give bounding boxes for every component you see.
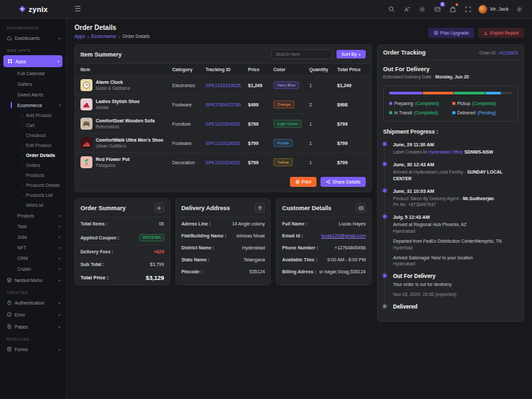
sidebar-item-projects[interactable]: Projects▸	[0, 210, 66, 221]
delivery-status-heading: Out For Delivery	[383, 66, 518, 72]
sidebar-item-error[interactable]: Error▸	[0, 309, 66, 321]
timeline-title: June, 30 12:43 AM	[393, 162, 518, 168]
item-summary-card: Item Summery Sort By ▾ ItemCategory	[74, 45, 372, 192]
sidebar-item-wishlist[interactable]: WishList	[0, 200, 66, 210]
legend-item-preparing: Preparing (Completed)	[389, 101, 450, 106]
customer-details-rows: Full Name :Lucas HayesEmail Id :lucas123…	[277, 217, 371, 277]
tracking-id-link[interactable]: SPK1120324532	[205, 122, 248, 126]
sidebar-item-gallery[interactable]: Gallery	[0, 78, 66, 89]
chevron-right-icon: ▸	[59, 213, 61, 217]
email-link[interactable]: lucas123@gmail.com	[321, 233, 366, 238]
sidebar-item-checkout[interactable]: Checkout	[0, 130, 66, 140]
item-category: Furniture	[172, 122, 205, 126]
id-card-icon[interactable]	[356, 203, 366, 213]
info-row-email-id: Email Id :lucas123@gmail.com	[277, 229, 371, 241]
sidebar-item-apps[interactable]: Apps▾	[3, 55, 63, 67]
item-quantity: 1	[309, 122, 337, 126]
tracking-id-link[interactable]: SPK1120324532	[205, 141, 248, 146]
breadcrumb-item-apps[interactable]: Apps	[74, 34, 85, 39]
sidebar-item-label: Forms	[15, 347, 56, 352]
forms-icon	[7, 346, 12, 352]
plan-upgrade-button[interactable]: Plan Upgrade	[428, 28, 474, 38]
sidebar-item-orders[interactable]: Orders	[0, 160, 66, 170]
gear-icon[interactable]	[154, 203, 164, 213]
search-icon[interactable]	[386, 3, 398, 15]
tracking-progress-box: Preparing (Completed)Pickup (Completed)I…	[383, 85, 518, 122]
print-button[interactable]: Print	[290, 177, 317, 187]
product-image	[80, 79, 92, 91]
sidebar-item-label: Nested Menu	[15, 278, 56, 283]
sidebar-item-nested-menu[interactable]: Nested Menu▸	[0, 274, 66, 286]
sidebar-item-sweet-alerts[interactable]: Sweet Alerts	[0, 89, 66, 100]
item-category: Decoration	[172, 160, 205, 165]
sidebar-item-pages[interactable]: Pages▸	[0, 321, 66, 332]
sidebar-item-nft[interactable]: NFT▸	[0, 242, 66, 253]
user-menu[interactable]: Mr. Jack	[478, 5, 509, 14]
timeline-entry-delivered: Delivered	[393, 304, 518, 310]
sidebar-item-products-details[interactable]: Products Details	[0, 180, 66, 190]
sidebar-item-order-details[interactable]: Order Details	[0, 150, 66, 160]
shopping-bag-icon[interactable]	[447, 3, 459, 15]
timeline-link[interactable]: Hyderabad Office	[428, 150, 464, 154]
tracking-id-link[interactable]: SPK1120324532	[205, 160, 248, 165]
sidebar-item-crm[interactable]: CRM▸	[0, 253, 66, 263]
breadcrumb-item-ecommerce[interactable]: Ecommerce	[91, 34, 116, 39]
sidebar-item-label: Cart	[26, 123, 35, 128]
menu-toggle-icon[interactable]: ☰	[74, 5, 81, 13]
sidebar-item-ecommerce[interactable]: Ecommerce▾	[0, 100, 66, 110]
item-name: ComfortSeat Wooden Sofa	[96, 118, 155, 124]
breadcrumb-separator: »	[87, 35, 89, 39]
fullscreen-icon[interactable]	[462, 3, 474, 15]
settings-gear-icon[interactable]	[513, 3, 525, 15]
timeline-line: Arrived Salisnagar Near to your location	[393, 255, 518, 261]
sidebar-item-add-product[interactable]: Add Product	[0, 110, 66, 120]
location-pin-icon[interactable]	[255, 203, 265, 213]
info-icon	[7, 312, 12, 317]
sidebar-item-forms[interactable]: Forms▸	[0, 343, 66, 355]
export-report-button[interactable]: Export Report	[478, 28, 524, 38]
order-id: Order ID : #1115876	[479, 51, 518, 55]
item-name: Ladies Stylish Shoe	[96, 99, 140, 105]
sidebar-item-crypto[interactable]: Crypto▸	[0, 263, 66, 274]
search-input[interactable]	[271, 49, 332, 59]
sidebar-item-products-list[interactable]: Products List	[0, 190, 66, 200]
tracking-id-link[interactable]: SPK1218153635	[205, 83, 248, 88]
sidebar-item-products[interactable]: Products	[0, 170, 66, 180]
sidebar-item-label: Edit Product	[26, 143, 51, 148]
timeline-dot	[383, 162, 386, 166]
product-image	[80, 137, 92, 149]
page-title: Order Details	[74, 24, 150, 31]
sidebar-item-full-calendar[interactable]: Full Calendar	[0, 68, 66, 78]
sidebar-item-jobs[interactable]: Jobs▸	[0, 231, 66, 242]
timeline-entry-june-29-11-30-am: June, 29 11:30 AMLabel Created At Hydera…	[393, 142, 518, 156]
item-price: $1,249	[248, 83, 273, 88]
brand-logo[interactable]: zynix	[0, 5, 66, 13]
timeline-dot	[383, 189, 386, 192]
timeline-text: Product Taken By Delivery Agent -	[393, 196, 463, 201]
layers-icon	[7, 277, 12, 283]
translate-icon[interactable]	[401, 3, 413, 15]
share-details-button[interactable]: Share Details	[321, 177, 366, 187]
page-header: Order Details Apps»Ecommerce»Order Detai…	[74, 24, 524, 39]
legend-item-delivered: Delivered (Pending)	[452, 110, 513, 115]
chevron-down-icon: ▾	[358, 53, 360, 57]
timeline-entry-july-5-12-43-am: July, 5 12:43 AMArrived at Regional Hub …	[393, 214, 518, 267]
sidebar-item-task[interactable]: Task▸	[0, 221, 66, 231]
product-image	[80, 118, 92, 130]
sort-by-button[interactable]: Sort By ▾	[336, 50, 366, 59]
sidebar-item-edit-product[interactable]: Edit Product	[0, 140, 66, 150]
sidebar-item-cart[interactable]: Cart	[0, 120, 66, 130]
tracking-id-link[interactable]: SPK3789423789	[205, 102, 248, 107]
item-total-price: $799	[337, 160, 366, 165]
item-total-price: $1,249	[337, 83, 366, 88]
table-row-red-flower-pot: Red Flower PotPatagoniaDecorationSPK1120…	[75, 153, 371, 172]
progress-segment	[423, 92, 454, 94]
sidebar-nav: DASHBOARDSDashboards▸WEB APPSApps▾Full C…	[0, 19, 66, 399]
mail-icon[interactable]: 5	[432, 3, 444, 15]
order-tracking-card: Order Tracking Order ID : #1115876 Out F…	[377, 45, 524, 322]
sidebar-item-label: NFT	[17, 245, 59, 250]
theme-sun-icon[interactable]	[416, 3, 428, 15]
sidebar-item-authentication[interactable]: Authentication▸	[0, 297, 66, 309]
item-summary-title: Item Summery	[80, 51, 122, 58]
sidebar-item-dashboards[interactable]: Dashboards▸	[0, 32, 66, 44]
